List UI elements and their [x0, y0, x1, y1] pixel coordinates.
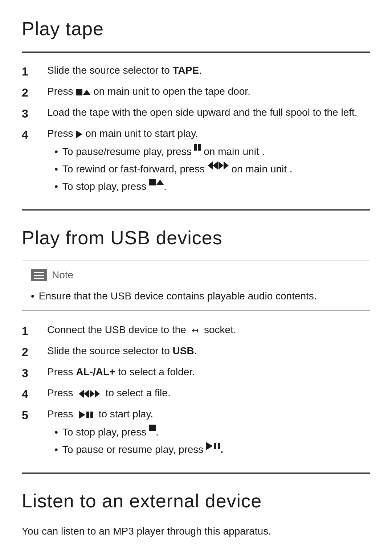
section-divider-1 — [22, 209, 370, 210]
usb-label: USB — [173, 345, 194, 356]
tape-step-4: 4 Press on main unit to start play. To p… — [22, 126, 370, 196]
step-2-content: Press on main unit to open the tape door… — [47, 84, 370, 99]
ff-tri-4 — [95, 390, 100, 398]
usb-step-2: 2 Slide the source selector to USB. — [22, 343, 370, 361]
eject-icon — [83, 90, 90, 95]
ff-tri-1 — [219, 162, 224, 169]
play-tape-title: Play tape — [22, 15, 370, 43]
period: . — [220, 442, 223, 457]
usb-step-1-content: Connect the USB device to the ↤ socket. — [47, 322, 370, 338]
step-num-3: 3 — [22, 105, 47, 122]
usb-step-num-4: 4 — [22, 385, 47, 403]
note-label: Note — [52, 267, 73, 283]
play-icon-3 — [206, 442, 213, 450]
step-3-content: Load the tape with the open side upward … — [47, 105, 370, 120]
tape-bullet-2: To rewind or fast-forward, press on main… — [47, 162, 370, 177]
rew-tri-1 — [208, 162, 213, 169]
stop-icon — [76, 89, 82, 95]
rew-ff-icon — [208, 162, 229, 169]
step-num-1: 1 — [22, 63, 47, 80]
tape-bullet-3: To stop play, press . — [47, 179, 370, 194]
step-num-4: 4 — [22, 126, 47, 143]
note-line-3 — [34, 278, 44, 279]
play-icon — [76, 130, 82, 138]
usb-step-4: 4 Press to select a file. — [22, 385, 370, 403]
play-pause-icon-2 — [206, 442, 220, 450]
usb-bullet-1: To stop play, press . — [47, 425, 370, 440]
pause-bar-2 — [198, 144, 201, 151]
note-box: Note Ensure that the USB device contains… — [22, 261, 370, 311]
usb-step-5: 5 Press to start play. To stop play, pre… — [22, 406, 370, 459]
external-section: Listen to an external device You can lis… — [22, 487, 370, 539]
pause-icon — [194, 144, 201, 151]
tape-bullet-1: To pause/resume play, press on main unit… — [47, 144, 370, 159]
usb-bullet-2: To pause or resume play, press . — [47, 442, 370, 457]
stop-eject-icon-2 — [149, 179, 164, 185]
al-label: AL-/AL+ — [76, 366, 115, 377]
external-title: Listen to an external device — [22, 487, 370, 515]
rew-icon-2 — [79, 390, 89, 398]
step-num-2: 2 — [22, 84, 47, 101]
play-tape-section: Play tape 1 Slide the source selector to… — [22, 15, 370, 196]
step-4-content: Press on main unit to start play. To pau… — [47, 126, 370, 196]
usb-socket-icon: ↤ — [192, 324, 198, 336]
rew-tri-4 — [84, 390, 89, 398]
eject-icon-2 — [156, 180, 164, 185]
usb-step-num-3: 3 — [22, 364, 47, 382]
pause-bar-3 — [86, 412, 89, 418]
play-usb-title: Play from USB devices — [22, 224, 370, 252]
tape-label: TAPE — [173, 65, 199, 76]
play-usb-list: 1 Connect the USB device to the ↤ socket… — [22, 322, 370, 459]
pause-icon-3 — [214, 443, 220, 449]
usb-step-3-content: Press AL-/AL+ to select a folder. — [47, 364, 370, 380]
tape-step-4-bullets: To pause/resume play, press on main unit… — [47, 144, 370, 194]
play-icon-2 — [79, 411, 85, 419]
tape-divider — [22, 52, 370, 53]
ff-icon-2 — [90, 390, 100, 398]
pause-bar-6 — [218, 443, 220, 449]
usb-step-2-content: Slide the source selector to USB. — [47, 343, 370, 359]
usb-step-5-bullets: To stop play, press . To pause or resume… — [47, 425, 370, 457]
play-tape-list: 1 Slide the source selector to TAPE. 2 P… — [22, 63, 370, 196]
tape-step-3: 3 Load the tape with the open side upwar… — [22, 105, 370, 122]
usb-step-num-1: 1 — [22, 322, 47, 340]
stop-only-icon — [149, 425, 156, 431]
note-icon — [31, 269, 47, 281]
usb-step-4-content: Press to select a file. — [47, 385, 370, 401]
tape-step-2: 2 Press on main unit to open the tape do… — [22, 84, 370, 101]
rew-ff-icon-2 — [79, 390, 100, 398]
usb-step-5-content: Press to start play. To stop play, press… — [47, 406, 370, 459]
play-usb-section: Play from USB devices Note Ensure that t… — [22, 224, 370, 459]
stop-eject-icon — [76, 89, 90, 95]
note-line-1 — [34, 272, 44, 273]
rew-tri-2 — [213, 162, 218, 169]
ff-tri-3 — [90, 390, 95, 398]
play-pause-icon — [79, 411, 93, 419]
external-subtitle: You can listen to an MP3 player through … — [22, 524, 370, 539]
note-header: Note — [31, 267, 361, 283]
pause-bar-5 — [214, 443, 216, 449]
usb-step-1: 1 Connect the USB device to the ↤ socket… — [22, 322, 370, 340]
rew-tri-3 — [79, 390, 84, 398]
note-content: Ensure that the USB device contains play… — [31, 289, 361, 304]
tape-step-1: 1 Slide the source selector to TAPE. — [22, 63, 370, 80]
section-divider-2 — [22, 473, 370, 474]
pause-bar-1 — [194, 144, 197, 151]
pause-icon-2 — [86, 412, 93, 418]
usb-step-num-2: 2 — [22, 343, 47, 361]
note-line-2 — [34, 275, 44, 276]
pause-bar-4 — [90, 412, 93, 418]
usb-step-num-5: 5 — [22, 406, 47, 424]
usb-step-3: 3 Press AL-/AL+ to select a folder. — [22, 364, 370, 382]
rew-icon — [208, 162, 218, 169]
note-text: Ensure that the USB device contains play… — [39, 289, 317, 304]
stop-icon-2 — [149, 179, 156, 185]
step-1-content: Slide the source selector to TAPE. — [47, 63, 370, 78]
ff-icon — [219, 162, 229, 169]
ff-tri-2 — [224, 162, 229, 169]
